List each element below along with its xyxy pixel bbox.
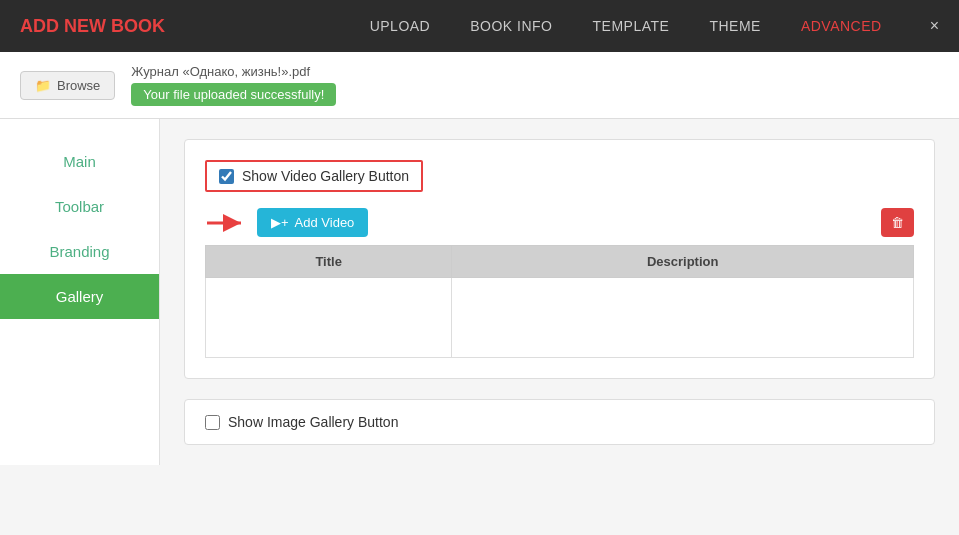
- browse-button[interactable]: 📁 Browse: [20, 71, 115, 100]
- close-icon[interactable]: ×: [930, 17, 939, 35]
- top-nav: ADD NEW BOOK UPLOAD BOOK INFO TEMPLATE T…: [0, 0, 959, 52]
- nav-book-info[interactable]: BOOK INFO: [470, 18, 552, 34]
- table-header-title: Title: [206, 246, 452, 278]
- upload-bar: 📁 Browse Журнал «Однако, жизнь!».pdf You…: [0, 52, 959, 119]
- table-cell-title: [206, 278, 452, 358]
- file-name: Журнал «Однако, жизнь!».pdf: [131, 64, 336, 79]
- body-layout: Main Toolbar Branding Gallery Show Video…: [0, 119, 959, 465]
- add-video-button[interactable]: ▶+ Add Video: [257, 208, 368, 237]
- table-cell-description: [452, 278, 914, 358]
- red-arrow-icon: [205, 209, 247, 237]
- nav-template[interactable]: TEMPLATE: [593, 18, 670, 34]
- app-title: ADD NEW BOOK: [20, 16, 165, 37]
- show-video-gallery-checkbox[interactable]: [219, 169, 234, 184]
- add-video-row: ▶+ Add Video 🗑: [205, 208, 914, 237]
- trash-icon: 🗑: [891, 215, 904, 230]
- show-image-gallery-checkbox[interactable]: [205, 415, 220, 430]
- video-gallery-checkbox-box: Show Video Gallery Button: [205, 160, 423, 192]
- show-image-gallery-label: Show Image Gallery Button: [228, 414, 398, 430]
- sidebar-item-gallery[interactable]: Gallery: [0, 274, 159, 319]
- show-video-gallery-label: Show Video Gallery Button: [242, 168, 409, 184]
- delete-button[interactable]: 🗑: [881, 208, 914, 237]
- folder-icon: 📁: [35, 78, 51, 93]
- sidebar-item-main[interactable]: Main: [0, 139, 159, 184]
- sidebar-item-branding[interactable]: Branding: [0, 229, 159, 274]
- video-table: Title Description: [205, 245, 914, 358]
- image-gallery-section: Show Image Gallery Button: [184, 399, 935, 445]
- nav-advanced[interactable]: ADVANCED: [801, 18, 882, 34]
- video-plus-icon: ▶+: [271, 215, 289, 230]
- nav-theme[interactable]: THEME: [709, 18, 761, 34]
- upload-success-message: Your file uploaded successfully!: [131, 83, 336, 106]
- sidebar-nav: Main Toolbar Branding Gallery: [0, 119, 160, 465]
- main-content: Show Video Gallery Button: [160, 119, 959, 465]
- nav-links: UPLOAD BOOK INFO TEMPLATE THEME ADVANCED…: [370, 17, 939, 35]
- show-video-gallery-row: Show Video Gallery Button: [205, 160, 914, 192]
- nav-upload[interactable]: UPLOAD: [370, 18, 431, 34]
- video-gallery-section: Show Video Gallery Button: [184, 139, 935, 379]
- table-header-description: Description: [452, 246, 914, 278]
- sidebar-item-toolbar[interactable]: Toolbar: [0, 184, 159, 229]
- file-info: Журнал «Однако, жизнь!».pdf Your file up…: [131, 64, 336, 106]
- add-video-with-arrow: ▶+ Add Video: [205, 208, 368, 237]
- table-row: [206, 278, 914, 358]
